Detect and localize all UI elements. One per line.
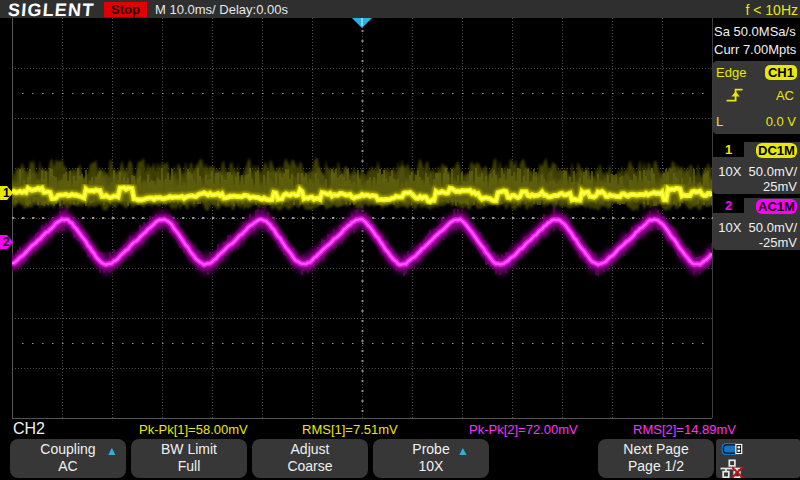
svg-text:1: 1 [3, 186, 10, 200]
svg-text:2: 2 [3, 235, 10, 249]
